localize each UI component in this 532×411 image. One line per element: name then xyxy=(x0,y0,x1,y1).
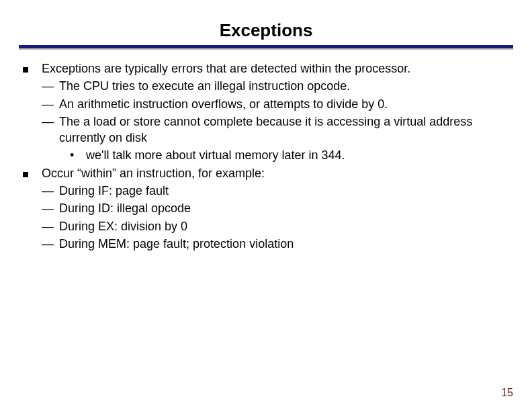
bullet-text: The CPU tries to execute an illegal inst… xyxy=(59,78,350,94)
bullet-text: During IF: page fault xyxy=(59,183,169,199)
slide: Exceptions Exceptions are typically erro… xyxy=(0,0,532,411)
square-bullet-icon xyxy=(23,60,42,77)
bullet-level1: Exceptions are typically errors that are… xyxy=(23,60,509,77)
title-rule xyxy=(19,45,513,50)
bullet-text: Exceptions are typically errors that are… xyxy=(42,60,410,77)
bullet-level1: Occur “within” an instruction, for examp… xyxy=(23,165,509,181)
square-bullet-icon xyxy=(23,165,42,181)
dash-bullet-icon: — xyxy=(42,96,59,112)
bullet-level2: — During EX: division by 0 xyxy=(42,218,509,234)
bullet-level2: — An arithmetic instruction overflows, o… xyxy=(42,96,509,112)
dash-bullet-icon: — xyxy=(42,183,59,199)
dash-bullet-icon: — xyxy=(42,78,59,94)
bullet-level2: — The CPU tries to execute an illegal in… xyxy=(42,78,509,94)
slide-title: Exceptions xyxy=(0,0,532,45)
dash-bullet-icon: — xyxy=(42,113,59,146)
page-number: 15 xyxy=(501,387,513,399)
slide-body: Exceptions are typically errors that are… xyxy=(0,50,532,252)
bullet-text: An arithmetic instruction overflows, or … xyxy=(59,96,388,112)
dash-bullet-icon: — xyxy=(42,218,59,234)
bullet-text: The a load or store cannot complete beca… xyxy=(59,113,509,146)
bullet-text: Occur “within” an instruction, for examp… xyxy=(42,165,265,181)
bullet-level2: — The a load or store cannot complete be… xyxy=(42,113,509,146)
bullet-level2: — During IF: page fault xyxy=(42,183,509,199)
bullet-text: During ID: illegal opcode xyxy=(59,200,191,216)
bullet-text: During MEM: page fault; protection viola… xyxy=(59,236,294,252)
bullet-text: During EX: division by 0 xyxy=(59,218,187,234)
bullet-text: we'll talk more about virtual memory lat… xyxy=(86,147,345,163)
bullet-level2: — During MEM: page fault; protection vio… xyxy=(42,236,509,252)
bullet-level2: — During ID: illegal opcode xyxy=(42,200,509,216)
dot-bullet-icon: • xyxy=(70,147,86,163)
dash-bullet-icon: — xyxy=(42,200,59,216)
dash-bullet-icon: — xyxy=(42,236,59,252)
bullet-level3: • we'll talk more about virtual memory l… xyxy=(70,147,509,163)
